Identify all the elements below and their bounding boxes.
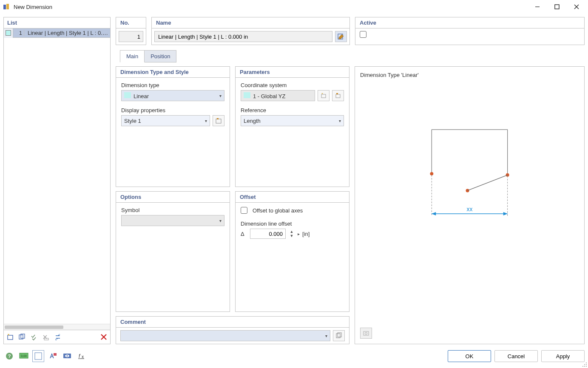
svg-line-27 — [468, 175, 508, 191]
svg-rect-21 — [336, 93, 338, 94]
svg-text:x: x — [82, 354, 84, 359]
svg-rect-41 — [54, 353, 57, 356]
list-hscrollbar[interactable] — [4, 324, 110, 330]
apply-button[interactable]: Apply — [541, 350, 585, 362]
svg-rect-3 — [555, 5, 559, 9]
coord-edit-button[interactable] — [332, 90, 344, 101]
titlebar: New Dimension — [0, 0, 588, 14]
preview-title: Dimension Type 'Linear' — [360, 72, 579, 78]
coord-new-button[interactable] — [318, 90, 330, 101]
dim-offset-unit: [in] — [302, 231, 310, 237]
reference-label: Reference — [241, 107, 344, 113]
svg-point-44 — [66, 355, 68, 357]
dim-offset-input[interactable] — [250, 229, 286, 239]
svg-point-53 — [586, 366, 587, 367]
svg-text:2: 2 — [59, 334, 60, 336]
coord-color-icon — [244, 92, 250, 98]
tab-main[interactable]: Main — [120, 50, 145, 62]
app-icon — [3, 3, 10, 11]
comment-panel: Comment ▾ — [116, 316, 349, 344]
coordinate-system-label: Coordinate system — [241, 82, 344, 88]
preview-settings-button[interactable] — [360, 328, 372, 339]
ok-button[interactable]: OK — [448, 350, 491, 362]
comment-select[interactable]: ▾ — [120, 330, 330, 341]
units-button[interactable]: 0,00 — [18, 350, 30, 362]
no-input[interactable] — [119, 31, 143, 42]
row-index: 1 — [15, 30, 24, 36]
chevron-down-icon: ▾ — [205, 119, 207, 123]
svg-marker-32 — [503, 212, 508, 215]
no-label: No. — [116, 17, 146, 28]
type-color-icon — [124, 92, 131, 98]
symbol-select[interactable]: ▾ — [121, 215, 224, 226]
comment-libary-button[interactable] — [333, 330, 345, 341]
svg-rect-39 — [35, 353, 42, 360]
maximize-button[interactable] — [547, 0, 567, 13]
edit-name-button[interactable] — [335, 31, 347, 42]
display-properties-edit-button[interactable] — [213, 115, 224, 126]
svg-rect-33 — [364, 331, 369, 335]
svg-rect-20 — [336, 94, 340, 98]
text-style-button[interactable] — [47, 350, 59, 362]
duplicate-item-button[interactable] — [17, 332, 27, 342]
delta-symbol: Δ — [241, 231, 247, 237]
type-style-title: Dimension Type and Style — [116, 67, 230, 78]
options-panel: Options Symbol ▾ — [116, 191, 230, 312]
list-toolbar: 26 — [4, 330, 110, 344]
preview-illustration: xx — [360, 78, 579, 257]
chevron-down-icon: ▾ — [325, 334, 327, 338]
row-text: Linear | Length | Style 1 | L : 0.000 in — [26, 30, 110, 36]
dimension-type-value: Linear — [134, 93, 149, 99]
tab-position[interactable]: Position — [145, 50, 176, 62]
symbol-label: Symbol — [121, 207, 224, 213]
display-properties-label: Display properties — [121, 107, 224, 113]
no-panel: No. — [116, 17, 146, 45]
dimension-type-label: Dimension type — [121, 82, 224, 88]
svg-point-50 — [586, 364, 587, 365]
spin-down-button[interactable]: ▼ — [288, 234, 295, 238]
type-style-panel: Dimension Type and Style Dimension type … — [116, 66, 230, 187]
cancel-button[interactable]: Cancel — [494, 350, 538, 362]
grid-toggle-button[interactable] — [32, 350, 44, 362]
preview-xx: xx — [467, 206, 473, 212]
check-all-button[interactable] — [29, 332, 39, 342]
spin-up-button[interactable]: ▲ — [288, 229, 295, 234]
fx-button[interactable]: fx — [76, 350, 88, 362]
name-input[interactable] — [154, 31, 332, 42]
dimension-type-select[interactable]: Linear ▾ — [121, 90, 224, 101]
spin-picker-icon[interactable]: ▸ — [298, 232, 300, 236]
active-panel: Active — [355, 17, 585, 45]
svg-point-48 — [586, 362, 587, 363]
svg-point-52 — [584, 366, 585, 367]
svg-marker-31 — [432, 212, 436, 215]
reference-select[interactable]: Length ▾ — [241, 115, 344, 126]
new-item-button[interactable] — [6, 332, 15, 342]
svg-rect-17 — [217, 118, 219, 119]
coordinate-system-value: 1 - Global YZ — [253, 93, 285, 99]
uncheck-all-button[interactable] — [41, 332, 51, 342]
chevron-down-icon: ▾ — [219, 93, 222, 98]
chevron-down-icon: ▾ — [219, 218, 222, 223]
resize-grip-icon[interactable] — [581, 361, 587, 367]
display-properties-select[interactable]: Style 1 ▾ — [121, 115, 210, 126]
svg-text:0,00: 0,00 — [21, 354, 27, 357]
minimize-button[interactable] — [528, 0, 547, 13]
comment-title: Comment — [116, 317, 349, 328]
reference-value: Length — [244, 118, 261, 124]
list-panel: List 1 Linear | Length | Style 1 | L : 0… — [3, 17, 111, 344]
chevron-down-icon: ▾ — [339, 119, 341, 123]
view-button[interactable] — [61, 350, 73, 362]
svg-rect-1 — [6, 4, 9, 9]
active-checkbox[interactable] — [360, 31, 366, 38]
swap-button[interactable]: 26 — [53, 332, 62, 342]
list-row[interactable]: 1 Linear | Length | Style 1 | L : 0.000 … — [4, 28, 110, 38]
help-button[interactable]: ? — [3, 350, 15, 362]
svg-rect-16 — [216, 119, 221, 123]
coordinate-system-select[interactable]: 1 - Global YZ — [241, 90, 315, 101]
name-label: Name — [152, 17, 349, 28]
close-button[interactable] — [567, 0, 586, 13]
window-title: New Dimension — [14, 4, 52, 10]
svg-point-34 — [365, 332, 367, 334]
delete-item-button[interactable] — [99, 332, 108, 342]
offset-global-checkbox[interactable] — [241, 207, 247, 214]
